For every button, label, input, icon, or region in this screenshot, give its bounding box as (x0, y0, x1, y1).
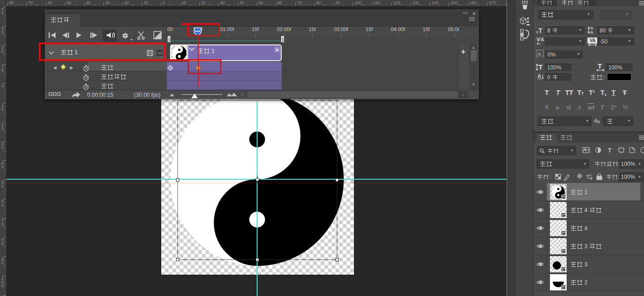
svg-text:T: T (598, 63, 602, 70)
svg-text:T: T (538, 63, 543, 71)
svg-text:a: a (538, 51, 541, 56)
svg-text:V: V (537, 37, 540, 42)
svg-text:A: A (590, 30, 593, 35)
svg-text:T: T (608, 147, 612, 153)
svg-text:A: A (537, 73, 541, 79)
svg-text:A: A (541, 37, 544, 42)
